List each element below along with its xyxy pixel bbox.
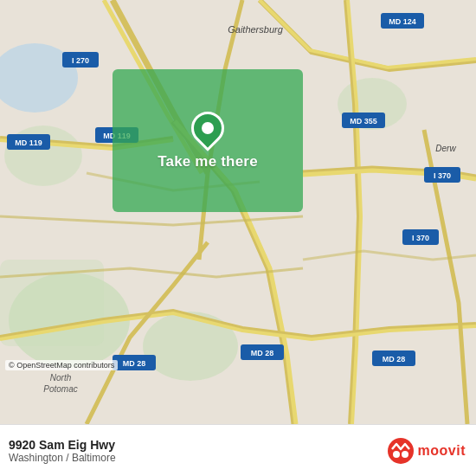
svg-text:I 270: I 270 <box>72 56 89 65</box>
location-highlight[interactable]: Take me there <box>113 69 303 212</box>
address-line: 9920 Sam Eig Hwy <box>9 438 116 452</box>
svg-text:Gaithersburg: Gaithersburg <box>228 24 283 35</box>
osm-attribution: © OpenStreetMap contributors <box>5 360 118 370</box>
svg-text:Derw: Derw <box>435 144 456 153</box>
map-container[interactable]: I 270 MD 124 MD 119 MD 119 MD 355 I 370 … <box>0 0 476 424</box>
svg-text:MD 28: MD 28 <box>383 355 406 363</box>
pin-dot <box>202 122 214 134</box>
svg-text:MD 28: MD 28 <box>123 359 146 368</box>
svg-text:Potomac: Potomac <box>43 384 77 394</box>
svg-text:I 370: I 370 <box>412 234 429 242</box>
location-pin <box>184 105 231 151</box>
moovit-text: moovit <box>418 443 466 459</box>
svg-text:North: North <box>50 373 72 383</box>
svg-point-31 <box>388 438 414 464</box>
city-line: Washington / Baltimore <box>9 452 116 464</box>
take-me-there-button[interactable]: Take me there <box>158 153 258 170</box>
svg-text:MD 119: MD 119 <box>15 138 42 147</box>
svg-text:I 370: I 370 <box>434 171 451 180</box>
svg-point-32 <box>393 451 400 458</box>
bottom-bar: 9920 Sam Eig Hwy Washington / Baltimore … <box>0 424 476 476</box>
svg-text:MD 124: MD 124 <box>389 17 416 26</box>
address-section: 9920 Sam Eig Hwy Washington / Baltimore <box>9 438 116 464</box>
svg-text:MD 28: MD 28 <box>251 349 274 357</box>
moovit-icon <box>387 437 415 465</box>
svg-text:MD 355: MD 355 <box>350 117 377 125</box>
svg-point-33 <box>402 451 408 458</box>
moovit-logo: moovit <box>387 437 466 465</box>
